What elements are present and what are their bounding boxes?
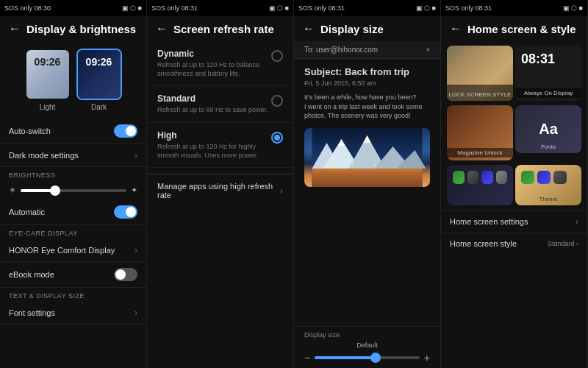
- thumb-light[interactable]: 09:26: [25, 49, 71, 100]
- brightness-slider-row: ☀ ✦: [0, 181, 146, 199]
- thumb-light-label: Light: [40, 103, 56, 111]
- ebook-toggle[interactable]: [114, 268, 137, 281]
- brightness-fill: [21, 189, 52, 192]
- apps-cell[interactable]: [447, 165, 513, 205]
- dark-mode-settings-row[interactable]: Dark mode settings ›: [0, 144, 146, 167]
- manage-apps-row[interactable]: Manage apps using high refresh rate ›: [147, 174, 293, 207]
- status-bar-3: SOS only 08:31 ▣ ⬡ ■: [294, 0, 440, 16]
- toggle-knob-auto: [126, 207, 136, 217]
- always-on-label: Always On Display: [515, 88, 581, 98]
- camera-icon: [467, 171, 479, 184]
- status-icons-4: ▣ ⬡ ■: [563, 4, 583, 12]
- dynamic-title: Dynamic: [157, 49, 271, 59]
- header-2: ← Screen refresh rate: [147, 16, 293, 41]
- home-settings-label: Home screen settings: [450, 217, 528, 226]
- page-title-1: Display & brightness: [26, 23, 136, 35]
- magazine-label: Magazine Unlock: [447, 148, 513, 158]
- email-body: It's been a while, how have you been?I w…: [304, 93, 430, 121]
- thumb-light-clock: 09:26: [26, 56, 69, 68]
- panel-display-brightness: SOS only 08:30 ▣ ⬡ ■ ← Display & brightn…: [0, 0, 147, 368]
- automatic-toggle[interactable]: [114, 205, 137, 219]
- email-bar[interactable]: To: user@hihonor.com ▾: [294, 41, 440, 59]
- chevron-icon: ›: [135, 150, 137, 160]
- size-thumb[interactable]: [370, 353, 381, 363]
- fonts-label: Fonts: [515, 144, 581, 150]
- back-button-3[interactable]: ←: [303, 22, 315, 35]
- magazine-cell[interactable]: Magazine Unlock: [447, 105, 513, 160]
- refresh-high[interactable]: High Refresh at up to 120 Hz for highly …: [147, 123, 293, 168]
- fonts-cell[interactable]: Aa Fonts: [515, 105, 581, 153]
- panel-display-size: SOS only 08:31 ▣ ⬡ ■ ← Display size To: …: [294, 0, 441, 368]
- email-address: To: user@hihonor.com: [304, 46, 378, 54]
- carrier-1: SOS only 08:30: [4, 4, 51, 12]
- eye-comfort-row[interactable]: HONOR Eye Comfort Display ›: [0, 239, 146, 262]
- ebook-row: eBook mode: [0, 262, 146, 288]
- ebook-label: eBook mode: [9, 270, 54, 279]
- lock-screen-label: LOCK SCREEN STYLE: [449, 91, 512, 98]
- refresh-standard[interactable]: Standard Refresh at up to 60 Hz to save …: [147, 86, 293, 123]
- page-title-3: Display size: [320, 23, 384, 35]
- dynamic-radio[interactable]: [271, 50, 283, 62]
- email-preview: Subject: Back from trip Fri, 5 Jun 2015,…: [294, 59, 440, 326]
- refresh-dynamic[interactable]: Dynamic Refresh at up to 120 Hz to balan…: [147, 41, 293, 86]
- status-icons-1: ▣ ⬡ ■: [122, 4, 142, 12]
- sun-dim-icon: ☀: [9, 185, 16, 195]
- home-screen-style-row[interactable]: Home screen style Standard ›: [441, 233, 587, 254]
- email-chevron-icon: ▾: [426, 46, 430, 54]
- auto-switch-toggle[interactable]: [114, 124, 137, 138]
- toggle-knob: [126, 126, 136, 136]
- size-decrease-button[interactable]: −: [304, 352, 310, 364]
- theme-selector: 09:26 Light 09:26 Dark: [0, 41, 146, 118]
- home-screen-settings-row[interactable]: Home screen settings ›: [441, 210, 587, 233]
- chevron-font-icon: ›: [135, 308, 137, 318]
- standard-radio[interactable]: [271, 95, 283, 107]
- status-icons-3: ▣ ⬡ ■: [416, 4, 436, 12]
- theme-dark[interactable]: 09:26 Dark: [76, 49, 122, 111]
- eye-care-section-label: EYE-CARE DISPLAY: [0, 225, 146, 239]
- size-track[interactable]: [315, 356, 420, 359]
- standard-desc: Refresh at up to 60 Hz to save power.: [157, 106, 271, 115]
- automatic-label: Automatic: [9, 208, 45, 216]
- back-button-1[interactable]: ←: [9, 22, 21, 35]
- thumb-dark[interactable]: 09:26: [76, 49, 122, 100]
- auto-switch-label: Auto-switch: [9, 127, 51, 135]
- size-label: Display size: [304, 331, 430, 339]
- header-4: ← Home screen & style: [441, 16, 587, 41]
- brightness-track[interactable]: [21, 189, 126, 192]
- msg-app-icon: [537, 171, 551, 184]
- back-button-4[interactable]: ←: [450, 22, 462, 35]
- dynamic-desc: Refresh at up to 120 Hz to balance smoot…: [157, 61, 271, 78]
- font-settings-row[interactable]: Font settings ›: [0, 302, 146, 325]
- mountain-svg: [304, 128, 430, 187]
- brightness-thumb[interactable]: [50, 185, 60, 196]
- chevron-home-icon: ›: [576, 216, 578, 227]
- page-title-2: Screen refresh rate: [173, 23, 274, 35]
- thumb-dark-bg: 09:26: [78, 50, 121, 99]
- phone-app-icon: [521, 171, 534, 184]
- size-increase-button[interactable]: +: [424, 352, 430, 364]
- high-radio[interactable]: [271, 132, 283, 144]
- home-grid-top: LOCK SCREEN STYLE 08:31 Always On Displa…: [441, 41, 587, 105]
- thumb-dark-label: Dark: [91, 103, 107, 111]
- message-icon: [481, 171, 493, 184]
- svg-rect-7: [312, 169, 423, 171]
- cam-app-icon: [553, 171, 567, 184]
- home-style-value: Standard ›: [548, 240, 578, 247]
- back-button-2[interactable]: ←: [156, 22, 168, 35]
- eye-comfort-label: HONOR Eye Comfort Display: [9, 246, 115, 255]
- themes-cell[interactable]: Theme: [515, 165, 581, 205]
- email-image: [304, 128, 430, 187]
- lock-screen-cell[interactable]: LOCK SCREEN STYLE: [447, 46, 513, 101]
- panel-home-screen: SOS only 08:31 ▣ ⬡ ■ ← Home screen & sty…: [441, 0, 588, 368]
- dynamic-text: Dynamic Refresh at up to 120 Hz to balan…: [157, 49, 271, 78]
- dark-mode-label: Dark mode settings: [9, 151, 79, 160]
- automatic-row: Automatic: [0, 199, 146, 225]
- page-title-4: Home screen & style: [467, 23, 576, 35]
- theme-light[interactable]: 09:26 Light: [25, 49, 71, 111]
- size-slider-row: − +: [304, 352, 430, 364]
- settings-app-icon: [496, 171, 508, 184]
- standard-text: Standard Refresh at up to 60 Hz to save …: [157, 93, 271, 115]
- phone-icon: [453, 171, 465, 184]
- always-on-cell[interactable]: 08:31 Always On Display: [515, 46, 581, 101]
- sun-bright-icon: ✦: [131, 185, 137, 195]
